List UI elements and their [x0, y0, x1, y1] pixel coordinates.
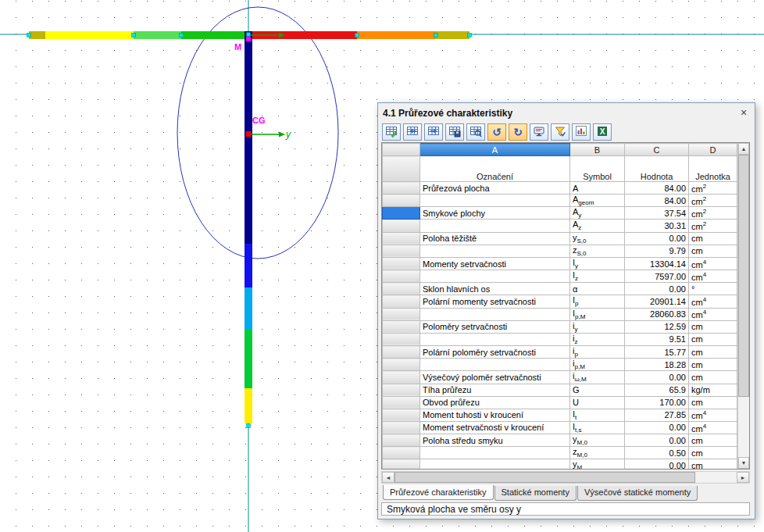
- row-header-cell[interactable]: [383, 182, 420, 195]
- table-corner-cell[interactable]: [383, 144, 420, 156]
- designation-cell[interactable]: Tíha průřezu: [420, 384, 570, 396]
- row-header-cell[interactable]: [383, 270, 420, 283]
- symbol-cell[interactable]: iy: [570, 320, 625, 333]
- symbol-cell[interactable]: Ay: [570, 207, 625, 220]
- row-header-cell[interactable]: [383, 320, 420, 333]
- node-marker[interactable]: [247, 33, 251, 37]
- value-cell[interactable]: 0.00: [625, 459, 689, 470]
- row-header-cell[interactable]: [383, 207, 420, 220]
- symbol-cell[interactable]: ip,M: [570, 359, 625, 371]
- flange-segment[interactable]: [45, 31, 134, 39]
- designation-cell[interactable]: [420, 245, 570, 257]
- designation-cell[interactable]: [420, 447, 570, 459]
- web-segment[interactable]: [245, 287, 252, 330]
- symbol-cell[interactable]: iω,M: [570, 371, 625, 384]
- scroll-down-icon[interactable]: ▼: [738, 457, 749, 469]
- rotate-view-right-button[interactable]: ↻: [509, 123, 527, 141]
- designation-cell[interactable]: [420, 220, 570, 232]
- flange-segment[interactable]: [134, 31, 181, 39]
- symbol-cell[interactable]: Az: [570, 220, 625, 232]
- designation-cell[interactable]: Moment setrvačnosti v kroucení: [420, 421, 570, 434]
- horizontal-scrollbar[interactable]: ◄ ►: [381, 471, 750, 484]
- symbol-cell[interactable]: A: [570, 182, 625, 195]
- symbol-cell[interactable]: ip: [570, 346, 625, 359]
- column-header-a[interactable]: A: [420, 144, 570, 156]
- value-cell[interactable]: 7597.00: [625, 270, 689, 283]
- horizontal-scroll-thumb[interactable]: [394, 472, 695, 483]
- value-cell[interactable]: 9.51: [625, 333, 689, 345]
- table-view-button[interactable]: [466, 123, 485, 141]
- value-cell[interactable]: 18.28: [625, 359, 689, 371]
- designation-cell[interactable]: [420, 359, 570, 371]
- designation-cell[interactable]: Obvod průřezu: [420, 396, 570, 409]
- unit-cell[interactable]: cm: [689, 333, 737, 345]
- value-cell[interactable]: 0.00: [625, 434, 689, 447]
- row-header-cell[interactable]: [383, 257, 420, 270]
- row-header-cell[interactable]: [383, 396, 420, 409]
- row-header-cell[interactable]: [383, 346, 420, 359]
- row-header-cell[interactable]: [383, 359, 420, 371]
- value-cell[interactable]: 15.77: [625, 346, 689, 359]
- unit-cell[interactable]: cm2: [689, 195, 737, 207]
- designation-cell[interactable]: Poloha těžiště: [420, 232, 570, 245]
- web-segment[interactable]: [245, 31, 252, 244]
- value-cell[interactable]: 28060.83: [625, 308, 689, 320]
- column-header-d[interactable]: D: [689, 144, 737, 156]
- unit-cell[interactable]: cm4: [689, 270, 737, 283]
- symbol-cell[interactable]: yS,0: [570, 232, 625, 245]
- unit-cell[interactable]: cm2: [689, 207, 737, 220]
- value-cell[interactable]: 12.59: [625, 320, 689, 333]
- flange-segment[interactable]: [357, 31, 436, 39]
- designation-cell[interactable]: [420, 195, 570, 207]
- designation-cell[interactable]: Poloměry setrvačnosti: [420, 320, 570, 333]
- symbol-cell[interactable]: zM,0: [570, 447, 625, 459]
- value-cell[interactable]: 37.54: [625, 207, 689, 220]
- designation-cell[interactable]: Polární momenty setrvačnosti: [420, 295, 570, 308]
- value-cell[interactable]: 13304.14: [625, 257, 689, 270]
- designation-cell[interactable]: Výsečový poloměr setrvačnosti: [420, 371, 570, 384]
- centroid-marker[interactable]: [246, 131, 252, 137]
- vertical-scrollbar[interactable]: ▲ ▼: [737, 143, 749, 469]
- designation-cell[interactable]: [420, 333, 570, 345]
- close-icon[interactable]: ×: [737, 107, 750, 120]
- panel-titlebar[interactable]: 4.1 Průřezové charakteristiky ×: [378, 103, 755, 121]
- import-rows-button[interactable]: [403, 123, 422, 141]
- row-header-cell[interactable]: [383, 333, 420, 345]
- value-cell[interactable]: 65.9: [625, 384, 689, 396]
- symbol-cell[interactable]: iz: [570, 333, 625, 345]
- row-header-cell[interactable]: [383, 371, 420, 384]
- row-header-cell[interactable]: [383, 245, 420, 257]
- rotate-view-left-button[interactable]: ↺: [487, 123, 506, 141]
- flange-segment[interactable]: [29, 31, 45, 39]
- unit-cell[interactable]: cm: [689, 359, 737, 371]
- designation-cell[interactable]: Moment tuhosti v kroucení: [420, 409, 570, 421]
- scroll-right-icon[interactable]: ►: [737, 472, 749, 483]
- value-cell[interactable]: 84.00: [625, 195, 689, 207]
- column-header-c[interactable]: C: [625, 144, 689, 156]
- tab-vysecove-staticke-momenty[interactable]: Výsečové statické momenty: [577, 486, 698, 501]
- symbol-cell[interactable]: Ip: [570, 295, 625, 308]
- value-cell[interactable]: 27.85: [625, 409, 689, 421]
- row-header-cell[interactable]: [383, 295, 420, 308]
- value-cell[interactable]: 0.00: [625, 371, 689, 384]
- vertical-scroll-track[interactable]: [738, 155, 749, 457]
- unit-cell[interactable]: cm: [689, 396, 737, 409]
- designation-cell[interactable]: Polární poloměry setrvačnosti: [420, 346, 570, 359]
- value-cell[interactable]: 0.00: [625, 283, 689, 295]
- node-marker[interactable]: [180, 34, 184, 37]
- unit-cell[interactable]: cm4: [689, 257, 737, 270]
- symbol-cell[interactable]: It,s: [570, 421, 625, 434]
- designation-cell[interactable]: [420, 459, 570, 470]
- row-header-cell[interactable]: [383, 459, 420, 470]
- vertical-scroll-thumb[interactable]: [738, 155, 749, 397]
- value-cell[interactable]: 0.00: [625, 232, 689, 245]
- unit-cell[interactable]: cm: [689, 371, 737, 384]
- row-header-cell[interactable]: [383, 232, 420, 245]
- symbol-cell[interactable]: yM: [570, 459, 625, 470]
- flange-segment[interactable]: [436, 31, 469, 39]
- row-header-cell[interactable]: [383, 421, 420, 434]
- designation-cell[interactable]: Momenty setrvačnosti: [420, 257, 570, 270]
- symbol-cell[interactable]: zS,0: [570, 245, 625, 257]
- flange-segment[interactable]: [181, 31, 245, 39]
- filter-results-button[interactable]: [551, 123, 569, 141]
